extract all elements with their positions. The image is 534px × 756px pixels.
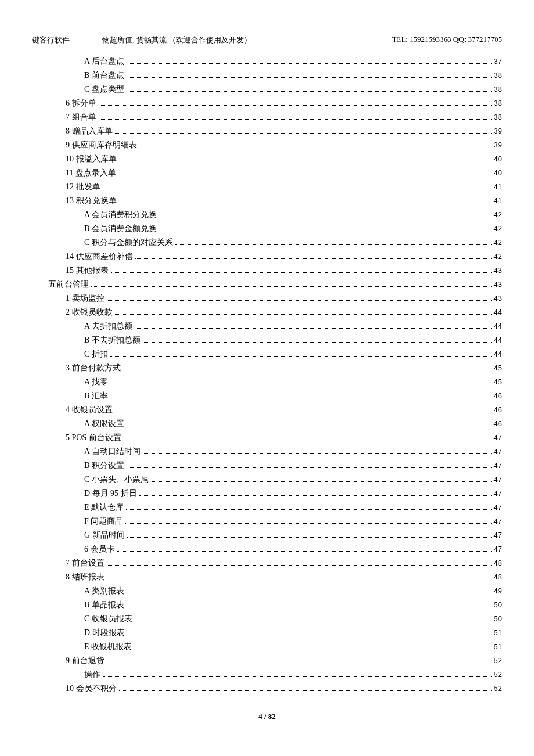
- toc-page: 47: [494, 487, 502, 501]
- toc-title: D 时段报表: [84, 626, 125, 640]
- toc-entry[interactable]: D 每月 95 折日47: [84, 487, 502, 501]
- toc-leader-dots: [119, 161, 492, 161]
- toc-page: 38: [494, 82, 502, 96]
- toc-title: D 每月 95 折日: [84, 487, 137, 501]
- toc-page: 39: [494, 124, 502, 138]
- toc-title: G 新品时间: [84, 528, 125, 542]
- toc-entry[interactable]: A 去折扣总额44: [84, 319, 502, 333]
- toc-leader-dots: [151, 481, 492, 482]
- toc-leader-dots: [134, 649, 491, 649]
- toc-leader-dots: [110, 356, 492, 357]
- toc-page: 39: [494, 138, 502, 152]
- toc-entry[interactable]: C 折扣44: [84, 347, 502, 361]
- toc-title: A 权限设置: [84, 417, 124, 431]
- toc-title: 9 供应商库存明细表: [66, 138, 137, 152]
- toc-entry[interactable]: 9 前台退货52: [66, 654, 502, 668]
- toc-entry[interactable]: 6 拆分单38: [66, 96, 502, 110]
- toc-title: C 盘点类型: [84, 82, 124, 96]
- toc-leader-dots: [111, 272, 492, 273]
- toc-entry[interactable]: 12 批发单41: [66, 180, 502, 194]
- toc-leader-dots: [127, 467, 492, 468]
- toc-entry[interactable]: B 汇率46: [84, 389, 502, 403]
- toc-page: 47: [494, 445, 502, 459]
- toc-leader-dots: [159, 217, 492, 217]
- toc-page: 52: [494, 654, 502, 668]
- company-slogan: 物超所值, 货畅其流 （欢迎合作使用及开发）: [102, 35, 251, 45]
- toc-title: 五前台管理: [48, 278, 89, 291]
- toc-entry[interactable]: 4 收银员设置46: [66, 403, 502, 417]
- toc-title: 2 收银员收款: [66, 305, 113, 319]
- toc-page: 46: [494, 389, 502, 403]
- toc-entry[interactable]: C 积分与金额的对应关系42: [84, 236, 502, 250]
- toc-entry[interactable]: 10 报溢入库单40: [66, 152, 502, 166]
- toc-entry[interactable]: D 时段报表51: [84, 626, 502, 640]
- toc-entry[interactable]: 13 积分兑换单41: [66, 194, 502, 208]
- toc-entry[interactable]: 2 收银员收款44: [66, 305, 502, 319]
- toc-entry[interactable]: B 积分设置47: [84, 459, 502, 473]
- toc-entry[interactable]: 五前台管理43: [48, 278, 502, 291]
- toc-page: 42: [494, 222, 502, 236]
- toc-entry[interactable]: C 盘点类型38: [84, 82, 502, 96]
- toc-entry[interactable]: 14 供应商差价补偿42: [66, 250, 502, 264]
- toc-entry[interactable]: B 前台盘点38: [84, 69, 502, 82]
- toc-leader-dots: [99, 105, 492, 106]
- toc-leader-dots: [118, 175, 492, 175]
- toc-title: C 小票头、小票尾: [84, 473, 149, 487]
- toc-entry[interactable]: 10 会员不积分52: [66, 682, 502, 696]
- toc-page: 38: [494, 96, 502, 110]
- toc-entry[interactable]: 7 组合单38: [66, 110, 502, 124]
- toc-title: A 后台盘点: [84, 55, 124, 69]
- toc-leader-dots: [119, 690, 492, 691]
- toc-title: 8 赠品入库单: [66, 124, 113, 138]
- toc-entry[interactable]: C 小票头、小票尾47: [84, 473, 502, 487]
- toc-entry[interactable]: 15 其他报表43: [66, 264, 502, 278]
- toc-page: 48: [494, 556, 502, 570]
- toc-title: B 汇率: [84, 389, 108, 403]
- toc-leader-dots: [123, 370, 492, 370]
- toc-leader-dots: [127, 91, 492, 92]
- toc-title: 4 收银员设置: [66, 403, 113, 417]
- toc-entry[interactable]: G 新品时间47: [84, 528, 502, 542]
- toc-leader-dots: [175, 244, 492, 245]
- toc-entry[interactable]: F 问题商品47: [84, 514, 502, 528]
- toc-leader-dots: [115, 314, 492, 315]
- toc-entry[interactable]: E 默认仓库47: [84, 501, 502, 514]
- toc-page: 40: [494, 152, 502, 166]
- toc-entry[interactable]: 1 卖场监控43: [66, 291, 502, 305]
- toc-title: A 自动日结时间: [84, 445, 140, 459]
- contact-info: TEL: 15921593363 QQ: 377217705: [392, 35, 502, 45]
- toc-entry[interactable]: A 会员消费积分兑换42: [84, 208, 502, 222]
- toc-leader-dots: [139, 495, 492, 496]
- toc-leader-dots: [107, 663, 492, 663]
- toc-entry[interactable]: 7 前台设置48: [66, 556, 502, 570]
- toc-leader-dots: [127, 593, 492, 593]
- toc-entry[interactable]: B 会员消费金额兑换42: [84, 222, 502, 236]
- toc-entry[interactable]: A 找零45: [84, 375, 502, 389]
- toc-entry[interactable]: 5 POS 前台设置47: [66, 431, 502, 445]
- toc-entry[interactable]: A 类别报表49: [84, 584, 502, 598]
- toc-page: 38: [494, 110, 502, 124]
- toc-entry[interactable]: 9 供应商库存明细表39: [66, 138, 502, 152]
- toc-title: B 会员消费金额兑换: [84, 222, 157, 236]
- toc-entry[interactable]: 6 会员卡47: [84, 542, 502, 556]
- toc-entry[interactable]: A 自动日结时间47: [84, 445, 502, 459]
- toc-entry[interactable]: B 不去折扣总额44: [84, 333, 502, 347]
- toc-title: A 找零: [84, 375, 108, 389]
- toc-page: 43: [494, 278, 502, 291]
- toc-title: B 前台盘点: [84, 69, 124, 82]
- toc-leader-dots: [135, 258, 492, 259]
- toc-page: 43: [494, 264, 502, 278]
- toc-entry[interactable]: 8 结班报表48: [66, 570, 502, 584]
- toc-entry[interactable]: 8 赠品入库单39: [66, 124, 502, 138]
- toc-entry[interactable]: 11 盘点录入单40: [66, 166, 502, 180]
- toc-entry[interactable]: B 单品报表50: [84, 598, 502, 612]
- toc-entry[interactable]: 操作52: [84, 668, 502, 682]
- toc-entry[interactable]: C 收银员报表50: [84, 612, 502, 626]
- toc-page: 47: [494, 542, 502, 556]
- toc-page: 42: [494, 250, 502, 264]
- toc-page: 48: [494, 570, 502, 584]
- toc-entry[interactable]: A 权限设置46: [84, 417, 502, 431]
- toc-entry[interactable]: A 后台盘点37: [84, 55, 502, 69]
- toc-entry[interactable]: 3 前台付款方式45: [66, 361, 502, 375]
- toc-entry[interactable]: E 收银机报表51: [84, 640, 502, 654]
